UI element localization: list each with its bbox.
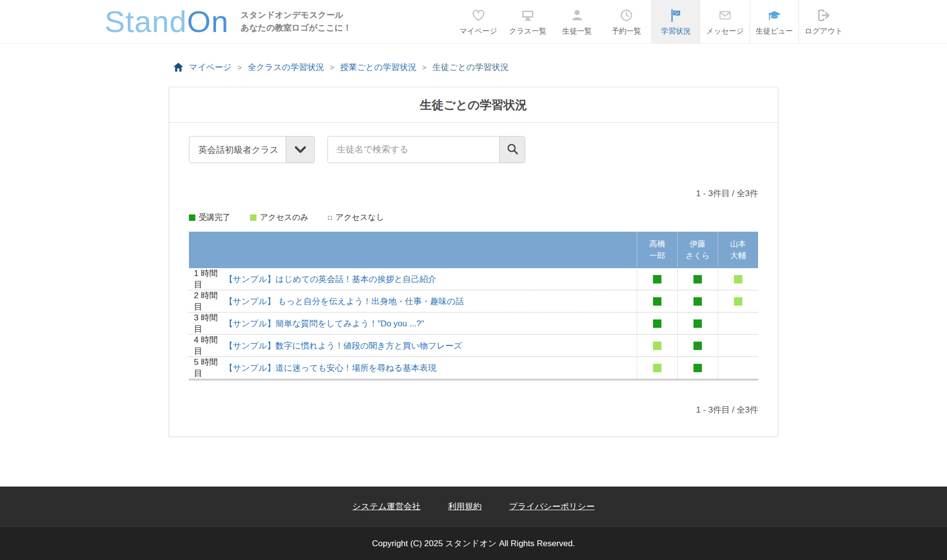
lesson-title-link[interactable]: 【サンプル】数字に慣れよう！値段の聞き方と買い物フレーズ [224,340,462,351]
class-select-value: 英会話初級者クラス [189,137,286,163]
result-count-bottom: 1 - 3件目 / 全3件 [169,381,778,436]
breadcrumb-link-per-lesson[interactable]: 授業ごとの学習状況 [340,62,416,73]
lesson-title-link[interactable]: 【サンプル】道に迷っても安心！場所を尋ねる基本表現 [224,362,436,374]
nav-label: 生徒ビュー [756,27,793,36]
lesson-title-link[interactable]: 【サンプル】 もっと自分を伝えよう！出身地・仕事・趣味の話 [224,296,464,307]
search-input[interactable] [328,137,499,163]
status-cell [677,357,718,379]
footer-link-terms[interactable]: 利用規約 [448,501,481,512]
nav-item-student-view[interactable]: 生徒ビュー [750,0,799,44]
table-row: 4 時間目 【サンプル】数字に慣れよう！値段の聞き方と買い物フレーズ [189,335,758,357]
app-header: StandOn スタンドオンデモスクール あなたの教室ロゴがここに！ マイページ… [0,0,947,44]
status-legend: 受講完了 アクセスのみ アクセスなし [169,199,778,223]
breadcrumb-separator: > [416,63,433,71]
status-square-icon [653,275,661,283]
nav-label: ログアウト [805,27,843,36]
table-row: 2 時間目 【サンプル】 もっと自分を伝えよう！出身地・仕事・趣味の話 [189,290,758,313]
legend-label: 受講完了 [199,212,230,223]
student-name-line: 山本 [730,238,746,250]
nav-item-messages[interactable]: メッセージ [700,0,750,44]
table-header: 高橋 一郎 伊藤 さくら 山本 大輔 [189,232,758,268]
status-cell [677,335,718,356]
status-square-icon [693,319,702,328]
nav-label: 予約一覧 [612,27,641,36]
class-select[interactable]: 英会話初級者クラス [189,136,315,163]
nav-label: 学習状況 [661,27,691,36]
footer-link-privacy[interactable]: プライバシーポリシー [509,501,594,512]
content-card: 生徒ごとの学習状況 英会話初級者クラス 1 - 3件目 / 全3件 受講完了 ア… [169,87,778,437]
nav-label: 生徒一覧 [562,27,592,36]
status-cell [718,290,758,312]
lesson-title-link[interactable]: 【サンプル】はじめての英会話！基本の挨拶と自己紹介 [224,274,436,285]
student-column-header: 伊藤 さくら [677,232,718,268]
logo-tagline: スタンドオンデモスクール あなたの教室ロゴがここに！ [241,9,352,35]
envelope-icon [718,7,732,23]
result-count-top: 1 - 3件目 / 全3件 [169,163,778,199]
status-square-icon [734,297,742,306]
status-cell [718,268,758,290]
lesson-title-link[interactable]: 【サンプル】簡単な質問をしてみよう！"Do you ...?" [224,318,424,329]
breadcrumb-link-all-classes[interactable]: 全クラスの学習状況 [248,62,324,73]
status-cell [637,357,677,379]
status-cell [718,313,758,334]
access-only-square-icon [250,214,256,221]
status-cell [677,290,718,312]
status-square-icon [734,275,742,283]
legend-item-completed: 受講完了 [189,212,230,223]
completed-square-icon [189,214,195,221]
status-square-icon [653,297,661,306]
copyright-text: Copyright (C) 2025 スタンドオン All Rights Res… [372,538,575,549]
chevron-down-icon[interactable] [286,137,314,163]
learning-status-table: 高橋 一郎 伊藤 さくら 山本 大輔 1 時間目 【サンプル】はじめての英会話！… [189,232,758,381]
footer-link-operator[interactable]: システム運営会社 [353,501,421,512]
nav-item-classes[interactable]: クラス一覧 [503,0,552,44]
student-column-header: 山本 大輔 [718,232,758,268]
heart-icon [471,7,486,23]
lesson-cell: 1 時間目 【サンプル】はじめての英会話！基本の挨拶と自己紹介 [189,268,637,290]
breadcrumb: マイページ > 全クラスの学習状況 > 授業ごとの学習状況 > 生徒ごとの学習状… [0,44,947,73]
search-icon [506,142,519,158]
nav-item-logout[interactable]: ログアウト [799,0,848,44]
period-label: 5 時間目 [189,356,224,379]
home-icon[interactable] [173,62,184,73]
status-square-icon [653,342,661,350]
lesson-cell: 3 時間目 【サンプル】簡単な質問をしてみよう！"Do you ...?" [189,313,637,334]
student-name-line: 伊藤 [690,238,706,250]
legend-label: アクセスなし [335,212,384,223]
nav-label: メッセージ [706,27,744,36]
student-column-header: 高橋 一郎 [637,232,677,268]
nav-item-mypage[interactable]: マイページ [454,0,503,44]
status-cell [637,313,677,334]
status-cell [637,290,677,312]
breadcrumb-separator: > [324,63,340,71]
status-square-icon [693,342,702,350]
logo[interactable]: StandOn スタンドオンデモスクール あなたの教室ロゴがここに！ [105,6,352,37]
breadcrumb-link-mypage[interactable]: マイページ [189,62,232,73]
status-square-icon [653,364,661,372]
search-button[interactable] [499,137,525,163]
status-square-icon [653,319,661,328]
main-nav: マイページ クラス一覧 生徒一覧 予約一覧 学習状況 [454,0,848,44]
status-cell [637,268,677,290]
tagline-line2: あなたの教室ロゴがここに！ [241,22,352,35]
footer-links: システム運営会社 利用規約 プライバシーポリシー [0,487,947,526]
filter-controls: 英会話初級者クラス [169,123,778,163]
nav-label: クラス一覧 [509,27,546,36]
table-row: 3 時間目 【サンプル】簡単な質問をしてみよう！"Do you ...?" [189,313,758,335]
nav-item-students[interactable]: 生徒一覧 [552,0,602,44]
page-title: 生徒ごとの学習状況 [169,87,778,123]
period-label: 3 時間目 [189,312,224,335]
legend-item-access-only: アクセスのみ [250,212,308,223]
student-search [328,136,525,163]
lesson-cell: 2 時間目 【サンプル】 もっと自分を伝えよう！出身地・仕事・趣味の話 [189,290,637,312]
student-name-line: 一郎 [650,250,665,262]
status-cell [718,357,758,379]
logo-text: StandOn [105,6,229,37]
flag-icon [668,7,683,23]
nav-item-learning-status[interactable]: 学習状況 [651,0,700,44]
breadcrumb-current: 生徒ごとの学習状況 [433,62,509,73]
footer-copyright-bar: Copyright (C) 2025 スタンドオン All Rights Res… [0,526,947,560]
legend-item-no-access: アクセスなし [328,212,384,223]
nav-item-reservations[interactable]: 予約一覧 [602,0,651,44]
student-name-line: さくら [686,250,710,262]
